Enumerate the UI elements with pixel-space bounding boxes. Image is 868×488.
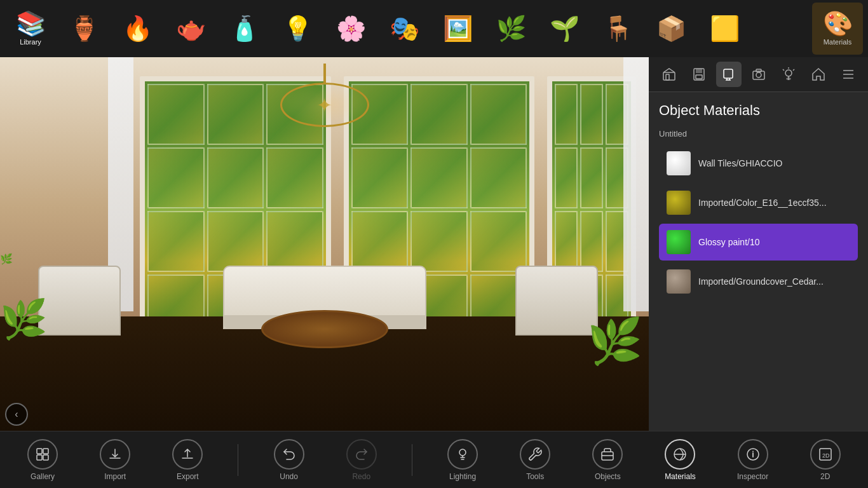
svg-rect-4 xyxy=(696,75,702,79)
right-panel: Object Materials Untitled Wall Tiles/GHI… xyxy=(649,57,868,431)
inspector-icon xyxy=(738,439,768,470)
toolbar-flower[interactable]: 🌸 xyxy=(325,3,376,55)
window-pane xyxy=(410,211,468,272)
tools-label: Tools xyxy=(526,472,544,481)
chandelier xyxy=(274,64,376,140)
svg-text:2D: 2D xyxy=(822,452,830,459)
gallery-label: Gallery xyxy=(31,472,55,481)
panel-tool-home[interactable] xyxy=(806,62,831,87)
window-pane xyxy=(207,84,264,145)
panel-tool-room[interactable] xyxy=(656,62,682,87)
toolbar-plant[interactable]: 🌿 xyxy=(485,3,536,55)
table-icon: 🪑 xyxy=(603,17,633,41)
window-pane xyxy=(147,84,205,145)
viewport[interactable]: 🌿 🌿 ‹ xyxy=(0,57,649,431)
material-item-color-imported[interactable]: Imported/Color_E16__1eccf35... xyxy=(659,184,858,221)
window-pane xyxy=(410,147,468,208)
toolbar-shelf[interactable]: 📦 xyxy=(646,3,696,55)
window-pane xyxy=(266,211,323,272)
panel-tool-camera[interactable] xyxy=(746,62,771,87)
bottom-redo[interactable]: Redo xyxy=(339,434,384,486)
chandelier-body xyxy=(280,83,369,127)
bottom-gallery[interactable]: Gallery xyxy=(20,434,65,486)
flower-icon: 🌸 xyxy=(336,17,366,41)
objects-icon xyxy=(592,439,623,470)
undo-label: Undo xyxy=(280,472,298,481)
svg-rect-5 xyxy=(724,69,733,78)
svg-rect-11 xyxy=(756,69,761,72)
plant-left: 🌿 xyxy=(0,253,51,342)
svg-point-12 xyxy=(785,70,792,76)
panel-tool-save[interactable] xyxy=(686,62,712,87)
material-swatch-glossy-paint xyxy=(667,230,691,254)
toolbar-library[interactable]: 📚 Library xyxy=(5,3,56,55)
2d-label: 2D xyxy=(820,472,830,481)
window-pane xyxy=(580,147,603,208)
divider-1 xyxy=(238,444,238,476)
window-pane xyxy=(580,84,603,145)
material-group-label: Untitled xyxy=(659,129,858,139)
materials-label: Materials xyxy=(665,472,696,481)
materials-top-icon: 🎨 xyxy=(823,11,853,36)
bottom-tools[interactable]: Tools xyxy=(513,434,557,486)
svg-point-31 xyxy=(752,451,754,452)
objects-label: Objects xyxy=(595,472,621,481)
materials-top-label: Materials xyxy=(824,38,852,46)
svg-rect-22 xyxy=(43,449,48,454)
toolbar-vase[interactable]: 🏺 xyxy=(58,3,109,55)
material-item-wall-tiles[interactable]: Wall Tiles/GHIACCIO xyxy=(659,145,858,182)
toolbar-painting[interactable]: 🖼️ xyxy=(432,3,483,55)
export-icon xyxy=(172,439,203,470)
panel-tool-light[interactable] xyxy=(776,62,801,87)
panel-tool-list[interactable] xyxy=(836,62,861,87)
toolbar-lamp[interactable]: 💡 xyxy=(272,3,323,55)
svg-line-17 xyxy=(793,69,794,71)
redo-label: Redo xyxy=(352,472,370,481)
material-item-groundcover[interactable]: Imported/Groundcover_Cedar... xyxy=(659,263,858,300)
vase-icon: 🏺 xyxy=(69,17,99,41)
chandelier-chain xyxy=(323,64,326,83)
bottom-objects[interactable]: Objects xyxy=(585,434,630,486)
bottom-2d[interactable]: 2D 2D xyxy=(803,434,848,486)
svg-rect-1 xyxy=(666,74,669,80)
bottom-toolbar: Gallery Import Export Undo xyxy=(0,431,868,488)
material-name-glossy-paint: Glossy paint/10 xyxy=(698,237,850,247)
bottom-lighting[interactable]: Lighting xyxy=(440,434,485,486)
materials-icon xyxy=(665,439,695,470)
scene: 🌿 🌿 ‹ xyxy=(0,57,649,431)
window-pane xyxy=(580,211,603,272)
import-label: Import xyxy=(104,472,126,481)
lighting-label: Lighting xyxy=(449,472,476,481)
bottom-import[interactable]: Import xyxy=(93,434,137,486)
window-pane xyxy=(351,147,409,208)
2d-icon: 2D xyxy=(810,439,841,470)
toolbar-table[interactable]: 🪑 xyxy=(592,3,643,55)
material-swatch-color-imported xyxy=(667,191,691,215)
panel-title: Object Materials xyxy=(659,102,858,119)
toolbar-jug[interactable]: 🧴 xyxy=(219,3,269,55)
armchair-right xyxy=(515,266,598,336)
bottom-export[interactable]: Export xyxy=(165,434,210,486)
toolbar-curtain[interactable]: 🎭 xyxy=(379,3,430,55)
svg-rect-3 xyxy=(696,69,702,73)
bottom-materials[interactable]: Materials xyxy=(658,434,702,486)
toolbar-platform[interactable]: 🟨 xyxy=(699,3,750,55)
material-name-groundcover: Imported/Groundcover_Cedar... xyxy=(698,276,850,287)
window-pane xyxy=(147,147,205,208)
material-item-glossy-paint[interactable]: Glossy paint/10 xyxy=(659,224,858,261)
toolbar-fireplace[interactable]: 🔥 xyxy=(112,3,163,55)
material-name-color-imported: Imported/Color_E16__1eccf35... xyxy=(698,198,850,208)
material-swatch-wall-tiles xyxy=(667,151,691,175)
bottom-inspector[interactable]: Inspector xyxy=(731,434,775,486)
export-label: Export xyxy=(177,472,199,481)
toolbar-teapot[interactable]: 🫖 xyxy=(165,3,216,55)
jug-icon: 🧴 xyxy=(229,17,259,41)
toolbar-plant2[interactable]: 🌱 xyxy=(539,3,590,55)
window-pane xyxy=(410,84,468,145)
toolbar-materials-top[interactable]: 🎨 Materials xyxy=(812,3,863,55)
panel-tool-paint[interactable] xyxy=(716,62,742,87)
library-icon: 📚 xyxy=(16,11,46,36)
platform-icon: 🟨 xyxy=(710,17,740,41)
bottom-undo[interactable]: Undo xyxy=(267,434,311,486)
nav-arrow[interactable]: ‹ xyxy=(5,403,28,426)
